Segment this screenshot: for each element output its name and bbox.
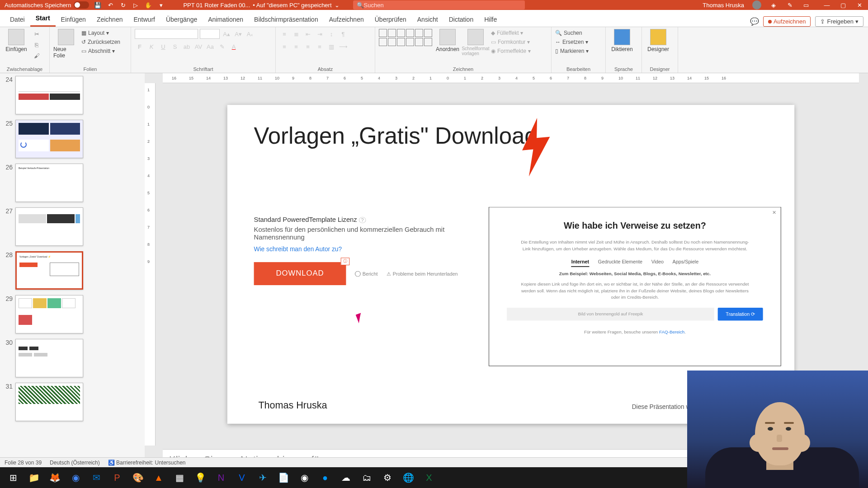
vlc-icon[interactable]: ▲ bbox=[148, 467, 169, 488]
maximize-icon[interactable]: ▢ bbox=[839, 1, 847, 9]
copy-icon[interactable]: ⎘ bbox=[32, 40, 42, 50]
tab-start[interactable]: Start bbox=[30, 11, 56, 27]
italic-icon[interactable]: K bbox=[146, 42, 156, 52]
undo-icon[interactable]: ↶ bbox=[106, 1, 114, 9]
tab-ueberpruefen[interactable]: Überprüfen bbox=[369, 12, 412, 27]
search-input[interactable] bbox=[364, 2, 521, 9]
bullets-icon[interactable]: ≡ bbox=[279, 29, 289, 39]
minimize-icon[interactable]: — bbox=[823, 1, 831, 9]
clear-format-icon[interactable]: Aₓ bbox=[245, 29, 255, 39]
reference-dialog[interactable]: ✕ Wie habe ich Verweise zu setzen? Die E… bbox=[489, 207, 781, 366]
designer-button[interactable]: Designer bbox=[646, 29, 671, 52]
font-color-icon[interactable]: A bbox=[229, 42, 239, 52]
line-spacing-icon[interactable]: ↕ bbox=[326, 29, 336, 39]
touch-icon[interactable]: ✋ bbox=[144, 1, 152, 9]
app-icon-2[interactable]: ▦ bbox=[169, 467, 190, 488]
thumb-29[interactable] bbox=[15, 295, 83, 333]
thumb-30[interactable] bbox=[15, 339, 83, 377]
close-icon[interactable]: ✕ bbox=[772, 210, 776, 216]
tab-einfuegen[interactable]: Einfügen bbox=[56, 12, 91, 27]
font-size-input[interactable] bbox=[200, 29, 220, 39]
app-v-icon[interactable]: V bbox=[231, 467, 252, 488]
align-center-icon[interactable]: ≡ bbox=[291, 42, 301, 52]
lightning-icon[interactable] bbox=[508, 112, 562, 182]
comments-icon[interactable]: 💬 bbox=[750, 18, 759, 26]
record-button[interactable]: Aufzeichnen bbox=[763, 16, 811, 27]
spacing-icon[interactable]: AV bbox=[193, 42, 203, 52]
underline-icon[interactable]: U bbox=[158, 42, 168, 52]
author-name[interactable]: Thomas Hruska bbox=[258, 400, 327, 411]
save-icon[interactable]: 💾 bbox=[94, 1, 102, 9]
excel-icon[interactable]: X bbox=[419, 467, 439, 488]
explorer-icon[interactable]: 📁 bbox=[24, 467, 44, 488]
indent-dec-icon[interactable]: ⇤ bbox=[303, 29, 313, 39]
start-button[interactable]: ⊞ bbox=[3, 467, 24, 488]
app-icon[interactable]: 🎨 bbox=[127, 467, 148, 488]
format-painter-icon[interactable]: 🖌 bbox=[32, 51, 42, 61]
thumb-27[interactable] bbox=[15, 207, 83, 246]
tab-animationen[interactable]: Animationen bbox=[203, 12, 249, 27]
bold-icon[interactable]: F bbox=[135, 42, 145, 52]
slide-counter[interactable]: Folie 28 von 39 bbox=[5, 460, 42, 466]
thumb-26[interactable]: Beispiel Verkaufs-Präsentation bbox=[15, 164, 83, 202]
accessibility-status[interactable]: ♿ Barrierefreiheit: Untersuchen bbox=[108, 460, 186, 466]
autosave-toggle[interactable]: Automatisches Speichern bbox=[5, 1, 89, 9]
language-status[interactable]: Deutsch (Österreich) bbox=[50, 460, 100, 466]
app-icon-7[interactable]: 🗂 bbox=[356, 467, 377, 488]
decrease-font-icon[interactable]: A▾ bbox=[233, 29, 243, 39]
firefox-icon[interactable]: 🦊 bbox=[44, 467, 65, 488]
shapes-gallery[interactable] bbox=[379, 29, 432, 46]
replace-button[interactable]: ↔ Ersetzen ▾ bbox=[555, 38, 589, 46]
find-button[interactable]: 🔍 Suchen bbox=[555, 29, 589, 37]
document-title[interactable]: PPT 01 Roter Faden 00... • Auf "diesem P… bbox=[183, 2, 339, 9]
shadow-icon[interactable]: ab bbox=[182, 42, 192, 52]
font-name-input[interactable] bbox=[135, 29, 198, 39]
ref-tab-video[interactable]: Video bbox=[651, 259, 664, 267]
app-icon-6[interactable]: ☁ bbox=[335, 467, 356, 488]
thumb-28[interactable]: Vorlagen „Gratis" Download ⚡ bbox=[15, 251, 83, 290]
tab-uebergaenge[interactable]: Übergänge bbox=[160, 12, 203, 27]
strike-icon[interactable]: S bbox=[170, 42, 180, 52]
new-slide-button[interactable]: Neue Folie bbox=[53, 29, 79, 59]
toggle-switch[interactable] bbox=[74, 1, 89, 9]
ref-tab-apps[interactable]: Apps/Spiele bbox=[673, 259, 699, 267]
qat-dropdown-icon[interactable]: ▾ bbox=[157, 1, 165, 9]
faq-link[interactable]: FAQ-Bereich bbox=[659, 329, 684, 334]
powerpoint-icon[interactable]: P bbox=[107, 467, 127, 488]
increase-font-icon[interactable]: A▴ bbox=[222, 29, 231, 39]
diamond-icon[interactable]: ◈ bbox=[769, 1, 778, 9]
text-dir-icon[interactable]: ¶ bbox=[338, 29, 348, 39]
numbering-icon[interactable]: ≣ bbox=[291, 29, 301, 39]
ref-link-input[interactable]: Bild von brennengold auf Freepik bbox=[507, 308, 714, 320]
thumb-31[interactable] bbox=[15, 383, 83, 421]
reset-button[interactable]: ↺ Zurücksetzen bbox=[81, 38, 120, 46]
columns-icon[interactable]: ▥ bbox=[326, 42, 336, 52]
highlight-icon[interactable]: ✎ bbox=[217, 42, 227, 52]
dictate-button[interactable]: Diktieren bbox=[609, 29, 635, 52]
shape-effects-button[interactable]: ◉ Formeffekte ▾ bbox=[491, 47, 531, 55]
window-icon[interactable]: ▭ bbox=[802, 1, 810, 9]
avatar[interactable] bbox=[752, 0, 761, 9]
shape-outline-button[interactable]: ▭ Formkontur ▾ bbox=[491, 38, 531, 46]
problem-option[interactable]: ⚠ Probleme beim Herunterladen bbox=[387, 271, 458, 277]
user-name[interactable]: Thomas Hruska bbox=[703, 2, 744, 9]
outlook-icon[interactable]: ✉ bbox=[86, 467, 107, 488]
cut-icon[interactable]: ✂ bbox=[32, 29, 42, 39]
arrange-button[interactable]: Anordnen bbox=[435, 29, 460, 52]
attribution-link[interactable]: Wie schreibt man den Autor zu? bbox=[254, 245, 485, 253]
telegram-icon[interactable]: ✈ bbox=[252, 467, 273, 488]
tab-bildschirm[interactable]: Bildschirmpräsentation bbox=[249, 12, 324, 27]
quick-styles-button[interactable]: Schnellformat vorlagen bbox=[463, 29, 488, 56]
settings-icon[interactable]: ⚙ bbox=[377, 467, 398, 488]
select-button[interactable]: ▯ Markieren ▾ bbox=[555, 47, 589, 55]
paste-button[interactable]: Einfügen bbox=[4, 29, 29, 52]
thumb-24[interactable] bbox=[15, 76, 83, 114]
tab-ansicht[interactable]: Ansicht bbox=[412, 12, 443, 27]
align-right-icon[interactable]: ≡ bbox=[303, 42, 313, 52]
ref-tab-print[interactable]: Gedruckte Elemente bbox=[598, 259, 642, 267]
report-option[interactable]: Bericht bbox=[355, 271, 377, 277]
app-icon-5[interactable]: ● bbox=[315, 467, 335, 488]
chevron-down-icon[interactable]: ▾ bbox=[855, 18, 859, 25]
chevron-down-icon[interactable]: ⌄ bbox=[335, 2, 340, 9]
download-button[interactable]: DOWNLOADⓘ bbox=[254, 262, 346, 285]
